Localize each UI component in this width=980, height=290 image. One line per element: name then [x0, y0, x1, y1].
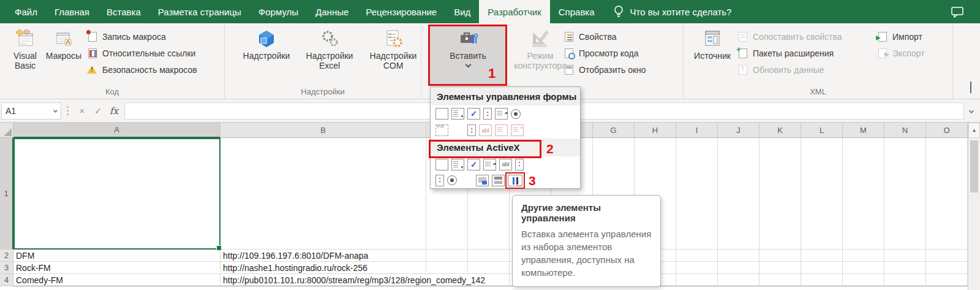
name-box[interactable]: A1 [1, 102, 61, 120]
cell-M1[interactable] [843, 138, 884, 250]
column-header-B[interactable]: B [221, 123, 426, 138]
form-button-icon[interactable] [435, 108, 448, 120]
cell-M4[interactable] [843, 274, 884, 286]
insert-function-button[interactable]: fx [106, 102, 122, 120]
cell-B2[interactable]: http://109.196.197.6:8010/DFM-anapa [221, 250, 426, 262]
cell-C3[interactable] [426, 262, 468, 274]
form-label-icon[interactable] [435, 124, 448, 136]
ax-togglebutton-icon[interactable] [492, 175, 505, 186]
form-listbox-icon[interactable] [495, 108, 508, 120]
ax-morecontrols-icon[interactable] [508, 175, 522, 186]
import-button[interactable]: Импорт [877, 28, 951, 45]
cell-I4[interactable] [676, 274, 718, 286]
column-header-M[interactable]: M [843, 123, 884, 138]
cell-L2[interactable] [801, 250, 843, 262]
cell-O3[interactable] [926, 262, 968, 274]
cell-J4[interactable] [718, 274, 760, 286]
cell-J1[interactable] [718, 138, 760, 250]
menu-tab-page-layout[interactable]: Разметка страницы [149, 0, 250, 23]
row-header-1[interactable]: 1 [0, 138, 13, 250]
cell-N2[interactable] [884, 250, 926, 262]
scroll-up-button[interactable]: ▲ [968, 123, 980, 138]
record-macro-button[interactable]: Запись макроса [87, 28, 197, 45]
column-header-J[interactable]: J [718, 123, 760, 138]
cell-K4[interactable] [760, 274, 801, 286]
cell-L4[interactable] [801, 274, 843, 286]
cancel-button[interactable]: × [74, 102, 90, 120]
cell-A4[interactable]: Comedy-FM [13, 274, 221, 286]
menu-tab-data[interactable]: Данные [307, 0, 357, 23]
macros-button[interactable]: Макросы [43, 26, 85, 61]
form-combolist-icon-disabled[interactable] [495, 124, 508, 136]
form-combobox-icon[interactable] [451, 108, 464, 120]
menu-tab-insert[interactable]: Вставка [98, 0, 149, 23]
com-addins-button[interactable]: Надстройки COM [363, 26, 423, 71]
cell-D3[interactable] [468, 262, 510, 274]
menu-tab-formulas[interactable]: Формулы [250, 0, 307, 23]
row-header-2[interactable]: 2 [0, 250, 13, 262]
ax-commandbutton-icon[interactable] [435, 159, 448, 170]
cell-I3[interactable] [676, 262, 718, 274]
ax-textbox-icon[interactable] [499, 159, 512, 170]
cell-B3[interactable]: http://nashe1.hostingradio.ru/rock-256 [221, 262, 426, 274]
column-header-O[interactable]: O [926, 123, 968, 138]
cell-O2[interactable] [926, 250, 968, 262]
expansion-packs-button[interactable]: Пакеты расширения [737, 45, 877, 61]
cell-I1[interactable] [676, 138, 718, 250]
cell-K1[interactable] [760, 138, 801, 250]
view-code-button[interactable]: Просмотр кода [564, 45, 646, 61]
ax-checkbox-icon[interactable] [467, 159, 480, 170]
menu-tab-help[interactable]: Справка [550, 0, 603, 23]
form-optionbutton-icon[interactable] [511, 109, 521, 119]
cell-M2[interactable] [843, 250, 884, 262]
name-box-chevron-icon[interactable] [53, 109, 58, 113]
form-textfield-icon-disabled[interactable] [479, 124, 492, 136]
addins-button[interactable]: Надстройки [237, 26, 296, 61]
cell-K2[interactable] [760, 250, 801, 262]
cell-N4[interactable] [884, 274, 926, 286]
cell-A3[interactable]: Rock-FM [13, 262, 221, 274]
ax-listbox-icon[interactable] [483, 159, 496, 170]
cell-D2[interactable] [468, 250, 510, 262]
column-header-N[interactable]: N [884, 123, 926, 138]
menu-tab-review[interactable]: Рецензирование [357, 0, 445, 23]
relative-references-button[interactable]: Относительные ссылки [87, 45, 197, 61]
cell-K3[interactable] [760, 262, 801, 274]
properties-button[interactable]: Свойства [564, 28, 646, 45]
visual-basic-button[interactable]: Visual Basic [7, 26, 43, 71]
ax-label-icon[interactable] [460, 175, 473, 186]
cell-L3[interactable] [801, 262, 843, 274]
form-text-icon[interactable] [451, 124, 464, 136]
column-header-G[interactable]: G [593, 123, 635, 138]
form-spinner-icon[interactable] [483, 108, 492, 120]
cell-N3[interactable] [884, 262, 926, 274]
cell-I2[interactable] [676, 250, 718, 262]
scrollbar-thumb[interactable] [970, 140, 978, 193]
ax-image-icon[interactable] [476, 175, 489, 186]
menu-tab-file[interactable]: Файл [6, 0, 46, 23]
cell-A2[interactable]: DFM [13, 250, 221, 262]
cell-A1[interactable] [13, 138, 221, 250]
row-header-3[interactable]: 3 [0, 262, 13, 274]
column-header-H[interactable]: H [635, 123, 676, 138]
form-scrollbar-icon[interactable] [467, 124, 476, 136]
menu-tab-developer[interactable]: Разработчик [479, 0, 549, 23]
vertical-scrollbar[interactable]: ▲ [968, 123, 980, 290]
tell-me-label[interactable]: Что вы хотите сделать? [630, 7, 732, 17]
insert-controls-button[interactable]: Вставить [430, 26, 506, 86]
expand-formula-bar-button[interactable] [964, 102, 979, 120]
row-header-4[interactable]: 4 [0, 274, 13, 286]
form-checkbox-icon[interactable] [467, 108, 480, 120]
cell-N1[interactable] [884, 138, 926, 250]
collapse-ribbon-button[interactable] [970, 82, 971, 93]
tell-me-box[interactable]: Что вы хотите сделать? [613, 0, 732, 23]
menu-tab-view[interactable]: Вид [445, 0, 479, 23]
cell-B4[interactable]: http://pub0101.101.ru:8000/stream/reg/mp… [221, 274, 426, 286]
form-combodrop-icon-disabled[interactable] [511, 124, 524, 136]
column-header-L[interactable]: L [801, 123, 843, 138]
ax-scrollbar-icon[interactable] [435, 175, 444, 186]
cell-J3[interactable] [718, 262, 760, 274]
cell-M3[interactable] [843, 262, 884, 274]
cell-O4[interactable] [926, 274, 968, 286]
cell-J2[interactable] [718, 250, 760, 262]
